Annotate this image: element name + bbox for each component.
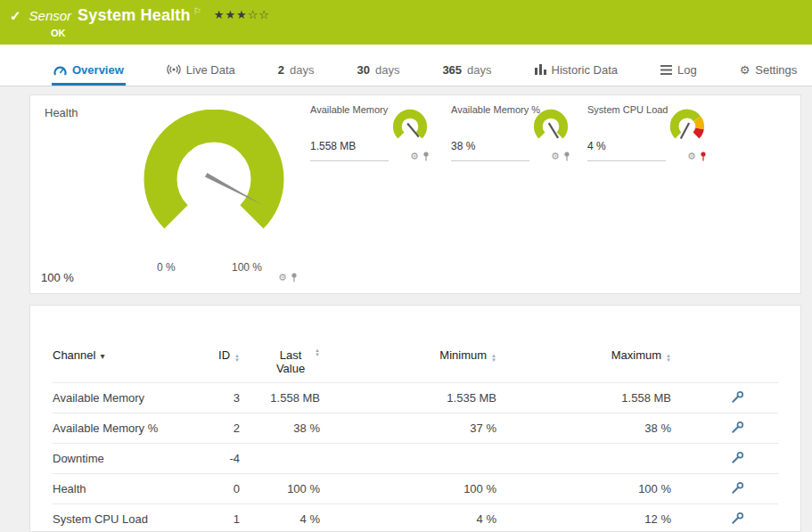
gear-icon[interactable]: ⚙ <box>278 272 287 283</box>
sorted-desc-icon: ▾ <box>100 351 104 361</box>
channel-name[interactable]: Health <box>53 482 186 495</box>
tab-live-data-label: Live Data <box>186 63 235 77</box>
table-row[interactable]: Available Memory % 2 38 % 37 % 38 % <box>53 413 778 443</box>
tab-historic-data-label: Historic Data <box>552 63 618 77</box>
column-header-minimum[interactable]: Minimum▲▼ <box>320 331 496 363</box>
tab-live-data[interactable]: Live Data <box>165 56 237 86</box>
pin-icon[interactable] <box>422 151 430 161</box>
channel-name[interactable]: System CPU Load <box>53 512 186 526</box>
stars-empty[interactable]: ☆☆ <box>248 8 270 21</box>
column-header-maximum[interactable]: Maximum▲▼ <box>496 331 671 363</box>
table-row[interactable]: System CPU Load 1 4 % 4 % 12 % <box>53 503 778 532</box>
mini-gauge-dial <box>666 108 709 147</box>
tab-overview-label: Overview <box>72 63 124 77</box>
pin-icon[interactable] <box>563 151 570 161</box>
sort-arrows-icon: ▲▼ <box>666 354 671 363</box>
column-header-last-value[interactable]: Last Value▲▼ <box>240 331 320 375</box>
object-kind-label: Sensor <box>29 8 72 23</box>
sensor-status-badge: OK <box>0 28 812 38</box>
channel-maximum: 100 % <box>496 482 671 495</box>
tab-overview[interactable]: Overview <box>52 56 126 86</box>
mini-gauge-actions: ⚙ <box>410 151 430 162</box>
health-gauge-title: Health <box>45 106 78 119</box>
column-header-channel[interactable]: Channel▾ <box>53 331 186 362</box>
channel-name[interactable]: Available Memory <box>53 391 186 405</box>
table-row[interactable]: Health 0 100 % 100 % 100 % <box>53 473 778 503</box>
channel-maximum: 12 % <box>496 512 671 526</box>
column-header-id[interactable]: ID▲▼ <box>186 331 240 363</box>
health-gauge-value: 100 % <box>41 271 74 284</box>
mini-gauge-value: 1.558 MB <box>310 140 389 161</box>
gear-icon[interactable]: ⚙ <box>551 151 560 162</box>
gear-icon[interactable]: ⚙ <box>687 151 696 162</box>
flag-icon[interactable]: ⚐ <box>193 6 201 16</box>
mini-gauge-dial <box>389 108 431 147</box>
pin-icon[interactable] <box>291 273 298 282</box>
tab-30-days-number: 30 <box>357 63 369 77</box>
mini-gauge-actions: ⚙ <box>551 151 570 162</box>
tab-2-days[interactable]: 2 days <box>276 56 316 86</box>
table-header-row: Channel▾ ID▲▼ Last Value▲▼ Minimum▲▼ Max… <box>53 331 778 382</box>
channels-table: Channel▾ ID▲▼ Last Value▲▼ Minimum▲▼ Max… <box>30 306 800 532</box>
channel-id: 0 <box>186 482 240 495</box>
tab-30-days[interactable]: 30 days <box>355 56 401 86</box>
mini-gauge-value: 38 % <box>451 140 529 161</box>
priority-rating[interactable]: ★★★☆☆ <box>214 8 270 21</box>
tab-settings-label: Settings <box>755 63 797 77</box>
table-row[interactable]: Downtime -4 <box>53 443 778 473</box>
channel-id: 3 <box>186 391 240 405</box>
channel-last-value: 4 % <box>240 512 320 526</box>
mini-gauge-actions: ⚙ <box>687 151 707 162</box>
channel-name[interactable]: Available Memory % <box>53 422 186 435</box>
tab-2-days-unit: days <box>290 63 314 77</box>
channel-minimum: 4 % <box>320 512 496 526</box>
tab-log[interactable]: Log <box>659 56 699 86</box>
mini-gauge-value: 4 % <box>587 140 666 161</box>
gear-icon[interactable]: ⚙ <box>410 151 419 162</box>
mini-gauge-available-memory: Available Memory 1.558 MB ⚙ <box>310 104 444 176</box>
column-header-maximum-label: Maximum <box>611 348 661 362</box>
health-gauge <box>135 110 292 243</box>
edit-channel-icon[interactable] <box>731 421 744 434</box>
channels-panel: Channel▾ ID▲▼ Last Value▲▼ Minimum▲▼ Max… <box>29 305 801 532</box>
tab-30-days-unit: days <box>375 63 399 77</box>
stars-filled[interactable]: ★★★ <box>214 8 248 21</box>
table-row[interactable]: Available Memory 3 1.558 MB 1.535 MB 1.5… <box>53 382 778 413</box>
tab-365-days[interactable]: 365 days <box>440 56 493 86</box>
edit-channel-icon[interactable] <box>731 390 744 404</box>
live-broadcast-icon <box>167 64 181 75</box>
edit-channel-icon[interactable] <box>731 512 744 525</box>
health-gauge-scale-max: 100 % <box>232 261 262 274</box>
page-content: Health 0 % 100 % 100 % ⚙ Available Memor… <box>0 86 812 532</box>
tab-historic-data[interactable]: Historic Data <box>533 56 619 86</box>
channel-last-value: 1.558 MB <box>240 391 320 405</box>
channel-maximum: 1.558 MB <box>496 391 671 405</box>
channel-minimum: 100 % <box>320 482 496 495</box>
channel-last-value: 100 % <box>240 482 320 495</box>
tab-2-days-number: 2 <box>278 63 284 77</box>
status-check-icon: ✓ <box>10 8 21 24</box>
channel-last-value: 38 % <box>240 422 320 435</box>
tab-365-days-number: 365 <box>442 63 462 77</box>
channel-maximum: 38 % <box>496 422 671 435</box>
column-header-channel-label: Channel <box>53 348 95 362</box>
sensor-header: ✓ Sensor System Health ⚐ ★★★☆☆ OK <box>0 0 812 45</box>
channel-minimum: 1.535 MB <box>320 391 496 405</box>
column-header-id-label: ID <box>218 348 230 362</box>
sensor-header-row: ✓ Sensor System Health ⚐ ★★★☆☆ <box>0 0 812 25</box>
edit-channel-icon[interactable] <box>731 451 744 464</box>
gauge-needle <box>549 123 558 138</box>
mini-gauge-dial <box>529 108 572 147</box>
log-list-icon <box>660 65 672 75</box>
edit-channel-icon[interactable] <box>731 481 744 495</box>
gauges-panel: Health 0 % 100 % 100 % ⚙ Available Memor… <box>29 94 801 294</box>
channel-minimum: 37 % <box>320 422 496 435</box>
gauge-icon <box>53 64 67 76</box>
channel-name[interactable]: Downtime <box>53 452 186 465</box>
tab-settings[interactable]: ⚙ Settings <box>738 56 800 86</box>
health-gauge-scale-min: 0 % <box>157 261 176 274</box>
channel-id: 1 <box>186 512 240 526</box>
channel-id: -4 <box>186 452 240 465</box>
limit-pin-icon[interactable] <box>700 151 707 161</box>
gauge-needle <box>681 123 689 138</box>
